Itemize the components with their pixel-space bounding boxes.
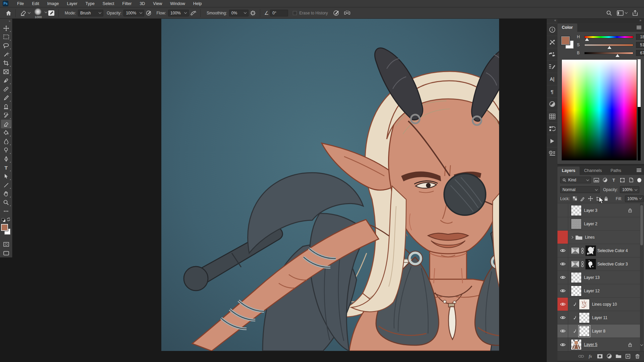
marquee-tool[interactable]	[1, 33, 11, 41]
layer-row-layer-3[interactable]: Layer 3	[557, 204, 640, 217]
menu-file[interactable]: File	[13, 0, 28, 7]
saturation-slider-thumb[interactable]	[607, 46, 611, 49]
foreground-color-swatch[interactable]	[561, 36, 570, 45]
layer-row-layer-5[interactable]: Layer 5	[557, 338, 640, 351]
paint-symmetry-icon[interactable]	[343, 9, 352, 17]
layer-mask-thumbnail[interactable]	[585, 259, 596, 269]
pressure-size-icon[interactable]	[332, 9, 341, 17]
menu-window[interactable]: Window	[166, 0, 189, 7]
layer-thumbnail[interactable]	[571, 205, 582, 216]
lasso-tool[interactable]	[1, 41, 11, 50]
visibility-toggle[interactable]	[557, 244, 568, 257]
brush-preset-picker[interactable]: 1000	[32, 7, 47, 19]
pen-tool[interactable]	[1, 155, 11, 163]
line-tool[interactable]	[1, 181, 11, 189]
visibility-toggle-red-label[interactable]	[557, 298, 568, 311]
menu-3d[interactable]: 3D	[136, 0, 149, 7]
screen-mode-icon[interactable]	[1, 249, 11, 257]
eraser-tool[interactable]	[1, 120, 11, 128]
layer-row-layer-12[interactable]: Layer 12	[557, 284, 640, 298]
layer-row-layer-13[interactable]: Layer 13	[557, 271, 640, 284]
visibility-toggle[interactable]	[557, 284, 568, 297]
filter-shape-layers-icon[interactable]	[619, 176, 626, 184]
layer-name[interactable]: Layer 12	[584, 289, 600, 293]
document-canvas[interactable]	[161, 18, 499, 351]
brushes-panel-icon[interactable]	[547, 48, 557, 60]
swatches-panel-icon[interactable]	[547, 110, 557, 122]
filter-type-layers-icon[interactable]: T	[610, 176, 617, 184]
fill-dropdown[interactable]: 100%	[625, 195, 644, 202]
hue-slider-thumb[interactable]	[585, 38, 589, 41]
layer-row-lines-group[interactable]: Lines	[557, 231, 640, 244]
pressure-opacity-icon[interactable]	[144, 9, 153, 17]
lock-position-icon[interactable]	[588, 196, 593, 201]
color-panel-menu-icon[interactable]	[637, 27, 641, 28]
healing-brush-tool[interactable]	[1, 85, 11, 94]
crop-tool[interactable]	[1, 59, 11, 67]
character-panel-icon[interactable]: A|	[547, 73, 557, 85]
layer-name[interactable]: Lines	[585, 235, 595, 240]
delete-layer-icon[interactable]	[633, 354, 642, 359]
layer-row-layer-2[interactable]: Layer 2	[557, 217, 640, 231]
search-icon[interactable]	[605, 9, 613, 17]
filter-pixel-layers-icon[interactable]	[593, 176, 600, 184]
lock-artboard-icon[interactable]	[596, 196, 601, 201]
info-panel-icon[interactable]	[547, 23, 557, 36]
clone-stamp-tool[interactable]	[1, 102, 11, 111]
saturation-value[interactable]: 51	[636, 42, 644, 48]
adjustment-layer-icon[interactable]	[571, 260, 580, 268]
flow-dropdown[interactable]: 100%	[168, 10, 189, 16]
layer-name[interactable]: Layer 3	[584, 208, 597, 213]
toolbar-expand-icon[interactable]: »	[0, 19, 12, 24]
add-layer-mask-icon[interactable]	[595, 354, 604, 359]
eraser-tool-preset[interactable]	[18, 10, 32, 16]
brush-settings-toggle-icon[interactable]	[47, 9, 56, 17]
visibility-toggle[interactable]	[557, 311, 568, 324]
layer-name[interactable]: Lines copy 10	[592, 302, 617, 307]
opacity-dropdown[interactable]: 100%	[123, 10, 144, 16]
color-spectrum-picker[interactable]	[561, 59, 637, 161]
angle-input[interactable]: 0°	[270, 10, 288, 16]
layer-name[interactable]: Layer 13	[584, 275, 600, 280]
lock-transparency-icon[interactable]	[573, 196, 577, 201]
group-expand-icon[interactable]	[571, 236, 573, 238]
move-tool[interactable]	[1, 24, 11, 33]
swap-colors-control[interactable]	[2, 218, 10, 223]
layer-thumbnail[interactable]	[571, 339, 582, 350]
new-layer-icon[interactable]	[623, 354, 633, 359]
layers-panel-menu-icon[interactable]	[637, 170, 641, 171]
actions-panel-icon[interactable]	[547, 135, 557, 147]
frame-tool[interactable]	[1, 67, 11, 76]
tab-channels[interactable]: Channels	[580, 167, 606, 175]
layer-name[interactable]: Selective Color 3	[597, 262, 628, 266]
quick-mask-icon[interactable]	[1, 240, 11, 249]
menu-type[interactable]: Type	[82, 0, 99, 7]
layer-thumbnail[interactable]	[571, 286, 582, 296]
layer-row-selective-color-4[interactable]: Selective Color 4	[557, 244, 640, 257]
layer-thumbnail[interactable]	[571, 219, 582, 229]
tab-color[interactable]: Color	[557, 23, 577, 32]
menu-filter[interactable]: Filter	[118, 0, 136, 7]
layers-scrollbar[interactable]	[640, 204, 643, 351]
mode-dropdown[interactable]: Brush	[78, 10, 103, 16]
visibility-toggle-red-label[interactable]	[557, 231, 568, 244]
filter-adjustment-layers-icon[interactable]	[602, 176, 608, 184]
timeline-panel-icon[interactable]	[547, 147, 557, 160]
history-panel-icon[interactable]	[547, 122, 557, 135]
dodge-tool[interactable]	[1, 146, 11, 155]
erase-to-history-checkbox[interactable]: Erase to History	[293, 11, 328, 15]
layer-style-icon[interactable]: fx	[586, 354, 595, 359]
airbrush-icon[interactable]	[189, 9, 198, 17]
paragraph-panel-icon[interactable]: ¶	[547, 85, 557, 98]
layer-row-lines-copy-10[interactable]: Lines copy 10	[557, 298, 640, 311]
visibility-toggle[interactable]	[557, 271, 568, 284]
blur-tool[interactable]	[1, 137, 11, 146]
hand-tool[interactable]	[1, 189, 11, 198]
mask-link-icon[interactable]	[581, 248, 584, 254]
visibility-toggle[interactable]	[557, 324, 568, 338]
tab-paths[interactable]: Paths	[606, 167, 626, 175]
brush-settings-panel-icon[interactable]	[547, 60, 557, 73]
filter-smart-objects-icon[interactable]	[628, 176, 635, 184]
smoothing-dropdown[interactable]: 0%	[229, 10, 249, 16]
brush-tool[interactable]	[1, 94, 11, 102]
